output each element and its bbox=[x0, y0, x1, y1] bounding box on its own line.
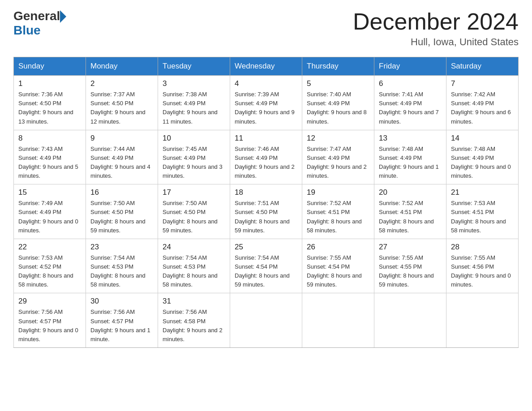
calendar-title: December 2024 bbox=[353, 9, 519, 34]
day-info: Sunrise: 7:55 AMSunset: 4:55 PMDaylight:… bbox=[379, 253, 442, 290]
day-info: Sunrise: 7:54 AMSunset: 4:53 PMDaylight:… bbox=[90, 253, 153, 290]
calendar-subtitle: Hull, Iowa, United States bbox=[353, 36, 519, 48]
day-number: 30 bbox=[90, 297, 153, 306]
day-info: Sunrise: 7:54 AMSunset: 4:54 PMDaylight:… bbox=[235, 253, 297, 290]
day-number: 22 bbox=[18, 243, 81, 252]
calendar-cell: 19 Sunrise: 7:52 AMSunset: 4:51 PMDaylig… bbox=[302, 184, 374, 239]
day-info: Sunrise: 7:56 AMSunset: 4:57 PMDaylight:… bbox=[18, 308, 81, 344]
day-info: Sunrise: 7:38 AMSunset: 4:49 PMDaylight:… bbox=[163, 90, 225, 126]
day-number: 11 bbox=[235, 134, 297, 143]
calendar-cell: 10 Sunrise: 7:45 AMSunset: 4:49 PMDaylig… bbox=[158, 130, 230, 184]
day-number: 25 bbox=[235, 243, 297, 252]
day-info: Sunrise: 7:51 AMSunset: 4:50 PMDaylight:… bbox=[235, 199, 297, 235]
day-number: 6 bbox=[379, 79, 442, 88]
calendar-cell: 25 Sunrise: 7:54 AMSunset: 4:54 PMDaylig… bbox=[230, 239, 302, 293]
page-header: General Blue December 2024 Hull, Iowa, U… bbox=[13, 9, 519, 48]
day-info: Sunrise: 7:53 AMSunset: 4:51 PMDaylight:… bbox=[451, 199, 514, 235]
logo: General Blue bbox=[13, 9, 66, 38]
day-info: Sunrise: 7:49 AMSunset: 4:49 PMDaylight:… bbox=[18, 199, 81, 235]
day-info: Sunrise: 7:54 AMSunset: 4:53 PMDaylight:… bbox=[163, 253, 225, 290]
title-section: December 2024 Hull, Iowa, United States bbox=[353, 9, 519, 48]
calendar-cell: 7 Sunrise: 7:42 AMSunset: 4:49 PMDayligh… bbox=[446, 76, 519, 130]
day-info: Sunrise: 7:45 AMSunset: 4:49 PMDaylight:… bbox=[163, 145, 225, 181]
day-number: 5 bbox=[307, 79, 369, 88]
day-number: 2 bbox=[90, 79, 153, 88]
day-info: Sunrise: 7:42 AMSunset: 4:49 PMDaylight:… bbox=[451, 90, 514, 126]
day-info: Sunrise: 7:50 AMSunset: 4:50 PMDaylight:… bbox=[163, 199, 225, 235]
day-number: 7 bbox=[451, 79, 514, 88]
day-info: Sunrise: 7:44 AMSunset: 4:49 PMDaylight:… bbox=[90, 145, 153, 181]
day-number: 24 bbox=[163, 243, 225, 252]
day-number: 20 bbox=[379, 188, 442, 197]
day-info: Sunrise: 7:48 AMSunset: 4:49 PMDaylight:… bbox=[379, 145, 442, 181]
calendar-cell: 13 Sunrise: 7:48 AMSunset: 4:49 PMDaylig… bbox=[374, 130, 446, 184]
day-number: 1 bbox=[18, 79, 81, 88]
day-number: 17 bbox=[163, 188, 225, 197]
calendar-cell bbox=[302, 293, 374, 348]
day-number: 27 bbox=[379, 243, 442, 252]
calendar-week-3: 15 Sunrise: 7:49 AMSunset: 4:49 PMDaylig… bbox=[14, 184, 519, 239]
calendar-cell: 17 Sunrise: 7:50 AMSunset: 4:50 PMDaylig… bbox=[158, 184, 230, 239]
day-info: Sunrise: 7:56 AMSunset: 4:57 PMDaylight:… bbox=[90, 308, 153, 344]
calendar-cell: 24 Sunrise: 7:54 AMSunset: 4:53 PMDaylig… bbox=[158, 239, 230, 293]
calendar-cell: 27 Sunrise: 7:55 AMSunset: 4:55 PMDaylig… bbox=[374, 239, 446, 293]
calendar-cell: 30 Sunrise: 7:56 AMSunset: 4:57 PMDaylig… bbox=[86, 293, 158, 348]
day-number: 19 bbox=[307, 188, 369, 197]
calendar-header-saturday: Saturday bbox=[446, 57, 519, 76]
calendar-cell: 8 Sunrise: 7:43 AMSunset: 4:49 PMDayligh… bbox=[14, 130, 86, 184]
day-number: 15 bbox=[18, 188, 81, 197]
day-info: Sunrise: 7:40 AMSunset: 4:49 PMDaylight:… bbox=[307, 90, 369, 126]
calendar-header-sunday: Sunday bbox=[14, 57, 86, 76]
calendar-header-monday: Monday bbox=[86, 57, 158, 76]
logo-triangle-icon bbox=[60, 10, 66, 23]
day-number: 13 bbox=[379, 134, 442, 143]
day-info: Sunrise: 7:56 AMSunset: 4:58 PMDaylight:… bbox=[163, 308, 225, 344]
calendar-cell: 20 Sunrise: 7:52 AMSunset: 4:51 PMDaylig… bbox=[374, 184, 446, 239]
day-info: Sunrise: 7:52 AMSunset: 4:51 PMDaylight:… bbox=[379, 199, 442, 235]
calendar-cell: 2 Sunrise: 7:37 AMSunset: 4:50 PMDayligh… bbox=[86, 76, 158, 130]
day-info: Sunrise: 7:53 AMSunset: 4:52 PMDaylight:… bbox=[18, 253, 81, 290]
calendar-header-thursday: Thursday bbox=[302, 57, 374, 76]
calendar-cell: 11 Sunrise: 7:46 AMSunset: 4:49 PMDaylig… bbox=[230, 130, 302, 184]
day-info: Sunrise: 7:39 AMSunset: 4:49 PMDaylight:… bbox=[235, 90, 297, 126]
calendar-cell: 4 Sunrise: 7:39 AMSunset: 4:49 PMDayligh… bbox=[230, 76, 302, 130]
calendar-cell: 22 Sunrise: 7:53 AMSunset: 4:52 PMDaylig… bbox=[14, 239, 86, 293]
calendar-cell: 15 Sunrise: 7:49 AMSunset: 4:49 PMDaylig… bbox=[14, 184, 86, 239]
calendar-header-wednesday: Wednesday bbox=[230, 57, 302, 76]
day-info: Sunrise: 7:41 AMSunset: 4:49 PMDaylight:… bbox=[379, 90, 442, 126]
day-info: Sunrise: 7:52 AMSunset: 4:51 PMDaylight:… bbox=[307, 199, 369, 235]
calendar-cell: 16 Sunrise: 7:50 AMSunset: 4:50 PMDaylig… bbox=[86, 184, 158, 239]
day-info: Sunrise: 7:48 AMSunset: 4:49 PMDaylight:… bbox=[451, 145, 514, 181]
calendar-header-tuesday: Tuesday bbox=[158, 57, 230, 76]
calendar-cell: 1 Sunrise: 7:36 AMSunset: 4:50 PMDayligh… bbox=[14, 76, 86, 130]
day-info: Sunrise: 7:46 AMSunset: 4:49 PMDaylight:… bbox=[235, 145, 297, 181]
calendar-week-4: 22 Sunrise: 7:53 AMSunset: 4:52 PMDaylig… bbox=[14, 239, 519, 293]
day-number: 3 bbox=[163, 79, 225, 88]
calendar-cell: 3 Sunrise: 7:38 AMSunset: 4:49 PMDayligh… bbox=[158, 76, 230, 130]
calendar-table: SundayMondayTuesdayWednesdayThursdayFrid… bbox=[13, 57, 519, 348]
calendar-cell: 31 Sunrise: 7:56 AMSunset: 4:58 PMDaylig… bbox=[158, 293, 230, 348]
calendar-cell: 5 Sunrise: 7:40 AMSunset: 4:49 PMDayligh… bbox=[302, 76, 374, 130]
day-number: 12 bbox=[307, 134, 369, 143]
day-number: 29 bbox=[18, 297, 81, 306]
day-info: Sunrise: 7:37 AMSunset: 4:50 PMDaylight:… bbox=[90, 90, 153, 126]
day-info: Sunrise: 7:47 AMSunset: 4:49 PMDaylight:… bbox=[307, 145, 369, 181]
calendar-cell: 23 Sunrise: 7:54 AMSunset: 4:53 PMDaylig… bbox=[86, 239, 158, 293]
calendar-header-friday: Friday bbox=[374, 57, 446, 76]
calendar-cell bbox=[374, 293, 446, 348]
calendar-cell: 29 Sunrise: 7:56 AMSunset: 4:57 PMDaylig… bbox=[14, 293, 86, 348]
calendar-cell bbox=[230, 293, 302, 348]
calendar-cell: 21 Sunrise: 7:53 AMSunset: 4:51 PMDaylig… bbox=[446, 184, 519, 239]
day-info: Sunrise: 7:50 AMSunset: 4:50 PMDaylight:… bbox=[90, 199, 153, 235]
day-number: 28 bbox=[451, 243, 514, 252]
day-number: 9 bbox=[90, 134, 153, 143]
day-number: 31 bbox=[163, 297, 225, 306]
calendar-cell bbox=[446, 293, 519, 348]
day-info: Sunrise: 7:55 AMSunset: 4:54 PMDaylight:… bbox=[307, 253, 369, 290]
calendar-cell: 26 Sunrise: 7:55 AMSunset: 4:54 PMDaylig… bbox=[302, 239, 374, 293]
day-number: 10 bbox=[163, 134, 225, 143]
calendar-cell: 18 Sunrise: 7:51 AMSunset: 4:50 PMDaylig… bbox=[230, 184, 302, 239]
calendar-cell: 28 Sunrise: 7:55 AMSunset: 4:56 PMDaylig… bbox=[446, 239, 519, 293]
day-info: Sunrise: 7:55 AMSunset: 4:56 PMDaylight:… bbox=[451, 253, 514, 290]
day-info: Sunrise: 7:36 AMSunset: 4:50 PMDaylight:… bbox=[18, 90, 81, 126]
